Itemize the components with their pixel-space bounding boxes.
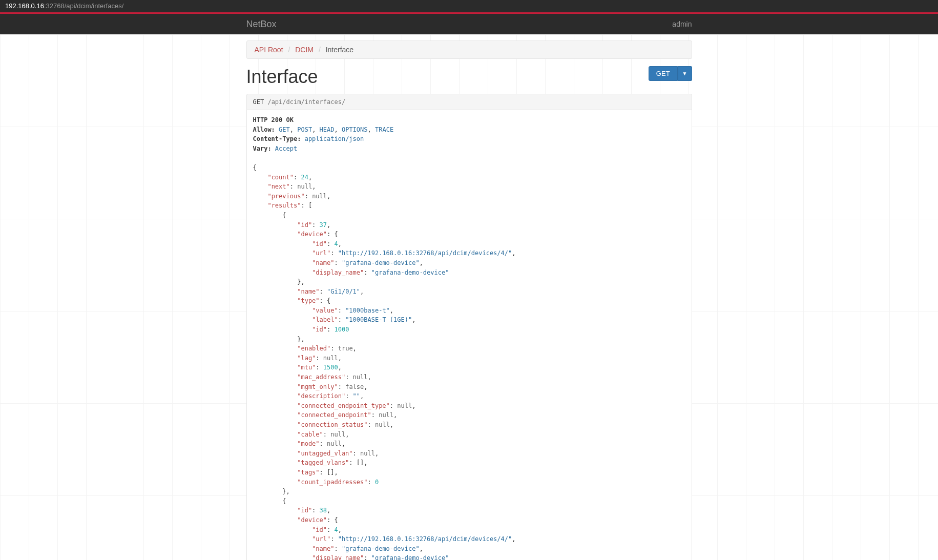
page-title: Interface bbox=[246, 66, 318, 88]
navbar-user[interactable]: admin bbox=[672, 20, 692, 28]
breadcrumb-sep: / bbox=[319, 46, 321, 54]
get-button[interactable]: GET bbox=[649, 66, 678, 81]
url-ip: 192.168.0.16 bbox=[5, 2, 44, 10]
response-pre: HTTP 200 OK Allow: GET, POST, HEAD, OPTI… bbox=[253, 115, 685, 560]
breadcrumb-api-root[interactable]: API Root bbox=[255, 46, 283, 54]
breadcrumb-dcim[interactable]: DCIM bbox=[295, 46, 314, 54]
request-method: GET bbox=[253, 98, 264, 106]
breadcrumb: API Root / DCIM / Interface bbox=[246, 40, 692, 59]
response-body: HTTP 200 OK Allow: GET, POST, HEAD, OPTI… bbox=[246, 110, 692, 560]
breadcrumb-leaf: Interface bbox=[326, 46, 353, 54]
url-path: :32768/api/dcim/interfaces/ bbox=[44, 2, 123, 10]
navbar-brand[interactable]: NetBox bbox=[246, 19, 277, 30]
navbar: NetBox admin bbox=[0, 14, 938, 34]
browser-url-bar[interactable]: 192.168.0.16:32768/api/dcim/interfaces/ bbox=[0, 0, 938, 12]
breadcrumb-sep: / bbox=[288, 46, 290, 54]
request-line: GET /api/dcim/interfaces/ bbox=[246, 94, 692, 110]
request-path: /api/dcim/interfaces/ bbox=[267, 98, 345, 106]
get-button-caret[interactable]: ▼ bbox=[678, 66, 692, 81]
method-button-group: GET ▼ bbox=[649, 66, 692, 81]
